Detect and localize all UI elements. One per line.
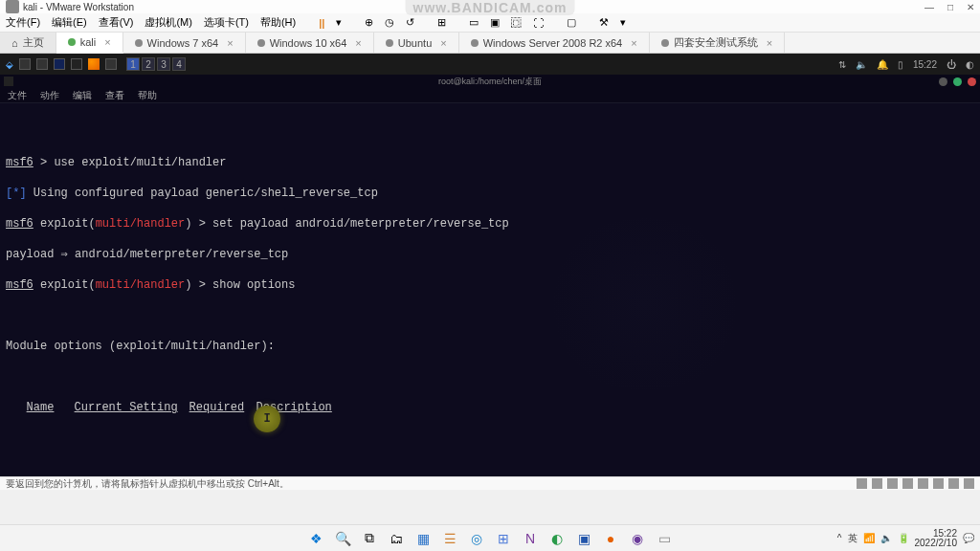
search-icon[interactable]: 🔍 (332, 528, 353, 549)
dropdown-icon[interactable]: ▾ (336, 16, 342, 29)
app-icon[interactable]: ▦ (412, 528, 434, 549)
terminal-titlebar[interactable]: root@kali:/home/chen/桌面 (0, 75, 980, 88)
menu-file[interactable]: 文件(F) (6, 15, 40, 30)
term-menu-action[interactable]: 动作 (40, 89, 59, 102)
tab-win7[interactable]: Windows 7 x64 × (123, 33, 246, 53)
min-button[interactable]: — (924, 2, 934, 12)
fullscreen-icon[interactable]: ⛶ (533, 17, 544, 29)
close-button[interactable]: ✕ (967, 2, 974, 12)
tab-ubuntu[interactable]: Ubuntu × (374, 33, 459, 53)
tray-network-icon[interactable]: ⇅ (838, 59, 846, 70)
app-icon-4[interactable] (71, 58, 82, 70)
term-min-icon[interactable] (939, 77, 947, 86)
menu-tabs[interactable]: 选项卡(T) (204, 15, 249, 30)
device-icon[interactable] (933, 478, 944, 489)
status-text: 要返回到您的计算机，请将鼠标指针从虚拟机中移出或按 Ctrl+Alt。 (6, 477, 289, 491)
workspace-4[interactable]: 4 (172, 57, 186, 71)
tab-home[interactable]: ⌂ 主页 (0, 33, 56, 53)
powershell-icon[interactable]: ▣ (573, 528, 594, 549)
status-dot-icon (471, 39, 479, 47)
app-icon[interactable]: ☰ (439, 528, 460, 549)
tray-power-icon[interactable]: ◐ (966, 59, 974, 70)
tray-volume-icon[interactable]: 🔈 (880, 533, 892, 543)
app-icon-2[interactable] (36, 58, 48, 70)
workspace-switcher: 1 2 3 4 (126, 57, 186, 71)
term-max-icon[interactable] (953, 77, 962, 86)
term-menu-help[interactable]: 帮助 (138, 89, 157, 102)
menu-view[interactable]: 查看(V) (99, 15, 134, 30)
layout-icon-1[interactable]: ▭ (469, 16, 479, 29)
close-icon[interactable]: × (355, 37, 361, 49)
edge-icon[interactable]: ◎ (466, 528, 487, 549)
window-title: kali - VMware Workstation (23, 2, 134, 12)
workspace-2[interactable]: 2 (142, 57, 155, 71)
tray-wifi-icon[interactable]: 📶 (863, 533, 875, 543)
app-icon-5[interactable] (105, 58, 117, 70)
clock-icon[interactable]: ◷ (385, 16, 394, 29)
tray-lock-icon[interactable]: ⏻ (947, 59, 956, 70)
layout-icon-3[interactable]: ⿴ (511, 17, 522, 29)
kali-clock: 15:22 (913, 59, 937, 70)
unity-icon[interactable]: ▢ (567, 16, 576, 29)
kali-logo-icon[interactable]: ⬙ (6, 59, 13, 70)
tray-notif-icon[interactable]: 🔔 (877, 59, 888, 70)
taskview-icon[interactable]: ⧉ (359, 528, 380, 549)
tab-winserver[interactable]: Windows Server 2008 R2 x64 × (459, 33, 650, 53)
system-clock[interactable]: 15:22 2022/2/10 (915, 529, 958, 548)
device-icon[interactable] (872, 478, 882, 489)
max-button[interactable]: □ (947, 2, 953, 12)
term-menu-edit[interactable]: 编辑 (73, 89, 92, 102)
pause-button[interactable]: || (319, 17, 324, 29)
tab-kali[interactable]: kali × (56, 33, 123, 54)
close-icon[interactable]: × (440, 37, 446, 49)
vmware-statusbar: 要返回到您的计算机，请将鼠标指针从虚拟机中移出或按 Ctrl+Alt。 (0, 476, 980, 490)
terminal-title: root@kali:/home/chen/桌面 (438, 76, 542, 88)
tools-icon[interactable]: ⚒ (599, 16, 609, 29)
term-close-icon[interactable] (968, 77, 976, 86)
vmware-taskbar-icon[interactable]: ▭ (654, 528, 675, 549)
close-icon[interactable]: × (767, 37, 772, 49)
click-indicator: I (254, 406, 280, 432)
term-menu-view[interactable]: 查看 (105, 89, 124, 102)
watermark-text: www.BANDICAM.com (413, 0, 568, 15)
snapshot-button[interactable]: ⊕ (365, 16, 373, 29)
dropdown2-icon[interactable]: ▾ (620, 16, 626, 29)
menu-help[interactable]: 帮助(H) (260, 15, 296, 30)
tab-win10[interactable]: Windows 10 x64 × (246, 33, 374, 53)
lang-indicator[interactable]: 英 (848, 532, 858, 545)
app-icon-1[interactable] (19, 58, 31, 70)
tray-chevron-icon[interactable]: ^ (837, 533, 842, 543)
app-icon[interactable]: ◉ (627, 528, 648, 549)
tray-volume-icon[interactable]: 🔈 (856, 59, 867, 70)
terminal-output[interactable]: I msf6 > use exploit/multi/handler [*] U… (0, 103, 980, 476)
store-icon[interactable]: ⊞ (493, 528, 514, 549)
start-button[interactable]: ❖ (305, 528, 326, 549)
close-icon[interactable]: × (104, 36, 110, 48)
firefox-icon[interactable]: ● (600, 528, 621, 549)
fit-icon[interactable]: ⊞ (437, 16, 446, 29)
menu-vm[interactable]: 虚拟机(M) (145, 15, 192, 30)
device-icon[interactable] (918, 478, 928, 489)
device-icon[interactable] (902, 478, 913, 489)
workspace-1[interactable]: 1 (126, 57, 140, 71)
tray-battery-icon[interactable]: ▯ (898, 59, 903, 70)
device-icon[interactable] (964, 478, 974, 489)
tray-battery-icon[interactable]: 🔋 (898, 533, 909, 543)
device-icon[interactable] (857, 478, 867, 489)
layout-icon-2[interactable]: ▣ (490, 16, 500, 29)
app-icon-3[interactable] (54, 58, 65, 70)
device-icon[interactable] (948, 478, 959, 489)
menu-edit[interactable]: 编辑(E) (52, 15, 87, 30)
revert-icon[interactable]: ↺ (406, 16, 414, 29)
firefox-icon[interactable] (88, 58, 100, 70)
device-icon[interactable] (887, 478, 898, 489)
workspace-3[interactable]: 3 (157, 57, 170, 71)
notif-icon[interactable]: 💬 (963, 533, 974, 543)
wechat-icon[interactable]: ◐ (546, 528, 568, 549)
onenote-icon[interactable]: N (520, 528, 541, 549)
close-icon[interactable]: × (227, 37, 233, 49)
explorer-icon[interactable]: 🗂 (386, 528, 407, 549)
tab-security-suite[interactable]: 四套安全测试系统 × (650, 33, 785, 53)
term-menu-file[interactable]: 文件 (8, 89, 27, 102)
close-icon[interactable]: × (631, 37, 636, 49)
